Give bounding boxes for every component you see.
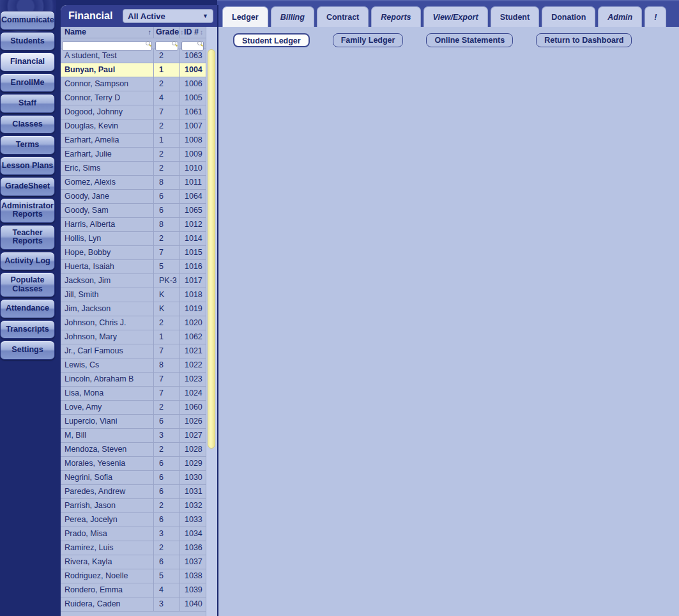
sidebar-item[interactable]: Transcripts bbox=[0, 320, 55, 339]
sidebar-item[interactable]: Financial bbox=[0, 52, 55, 72]
active-filter-dropdown[interactable]: All Active ▼ bbox=[123, 9, 213, 23]
student-id: 1004 bbox=[180, 63, 206, 77]
sidebar-item[interactable]: GradeSheet bbox=[0, 177, 55, 196]
column-header-grade[interactable]: Grade ↕ bbox=[154, 27, 180, 38]
student-id: 1029 bbox=[180, 457, 206, 470]
sort-asc-icon[interactable]: ↑ bbox=[148, 27, 152, 38]
student-id: 1030 bbox=[180, 471, 206, 484]
tab[interactable]: Student bbox=[491, 6, 540, 27]
student-row[interactable]: Connor, Terry D 4 1005 bbox=[61, 91, 206, 105]
name-search-input[interactable] bbox=[62, 42, 152, 50]
student-name: Hope, Bobby bbox=[61, 246, 154, 259]
student-id: 1016 bbox=[180, 260, 206, 273]
student-row[interactable]: Jackson, Jim PK-3 1017 bbox=[61, 274, 206, 288]
student-row[interactable]: A student, Test 2 1063 bbox=[61, 49, 206, 63]
student-row[interactable]: Mendoza, Steven 2 1028 bbox=[61, 443, 206, 457]
student-name: Bunyan, Paul bbox=[61, 63, 154, 77]
sidebar-item[interactable]: Populate Classes bbox=[0, 272, 55, 297]
student-row[interactable]: Morales, Yesenia 6 1029 bbox=[61, 457, 206, 471]
student-row[interactable]: Lincoln, Abraham B 7 1023 bbox=[61, 373, 206, 387]
student-row[interactable]: Goody, Sam 6 1065 bbox=[61, 204, 206, 218]
column-header-name[interactable]: Name ↑ bbox=[61, 27, 154, 38]
student-row[interactable]: Hollis, Lyn 2 1014 bbox=[61, 232, 206, 246]
student-row[interactable]: Parrish, Jason 2 1032 bbox=[61, 499, 206, 513]
tab-label: Admin bbox=[607, 13, 632, 22]
student-row[interactable]: Jr., Carl Famous 7 1021 bbox=[61, 344, 206, 358]
student-row[interactable]: Rivera, Kayla 6 1037 bbox=[61, 555, 206, 569]
student-row[interactable]: Earhart, Julie 2 1009 bbox=[61, 148, 206, 162]
sidebar-item[interactable]: Lesson Plans bbox=[0, 157, 55, 176]
student-name: Love, Amy bbox=[61, 401, 154, 414]
student-grade: 8 bbox=[154, 176, 180, 189]
id-search-input[interactable] bbox=[181, 42, 204, 50]
student-grade: 1 bbox=[154, 134, 180, 147]
sidebar-item-label: EnrollMe bbox=[11, 78, 45, 87]
student-row[interactable]: Negrini, Sofia 6 1030 bbox=[61, 471, 206, 485]
scrollbar-thumb[interactable] bbox=[208, 49, 215, 449]
subnav-button[interactable]: Return to Dashboard bbox=[536, 33, 632, 47]
subnav-button[interactable]: Student Ledger bbox=[233, 33, 310, 47]
sidebar-item[interactable]: Settings bbox=[0, 341, 55, 360]
sidebar-item[interactable]: EnrollMe bbox=[0, 73, 55, 93]
subnav-button-label: Family Ledger bbox=[341, 36, 395, 45]
student-row[interactable]: Love, Amy 2 1060 bbox=[61, 401, 206, 415]
tab[interactable]: Admin bbox=[598, 6, 642, 27]
sidebar-item[interactable]: Communicate bbox=[0, 11, 55, 30]
student-row[interactable]: M, Bill 3 1027 bbox=[61, 429, 206, 443]
sidebar-item[interactable]: Attendance bbox=[0, 299, 55, 318]
student-row[interactable]: Johnson, Mary 1 1062 bbox=[61, 330, 206, 344]
tab[interactable]: Donation bbox=[542, 6, 595, 27]
student-name: Lincoln, Abraham B bbox=[61, 373, 154, 386]
sidebar-item[interactable]: Students bbox=[0, 32, 55, 51]
student-name: Lupercio, Viani bbox=[61, 415, 154, 428]
student-row[interactable]: Jill, Smith K 1018 bbox=[61, 288, 206, 302]
student-row[interactable]: Rondero, Emma 4 1039 bbox=[61, 583, 206, 597]
tab[interactable]: Billing bbox=[271, 6, 314, 27]
student-row[interactable]: Paredes, Andrew 6 1031 bbox=[61, 485, 206, 499]
subnav-button[interactable]: Family Ledger bbox=[333, 33, 404, 47]
student-row[interactable]: Huerta, Isaiah 5 1016 bbox=[61, 260, 206, 274]
student-row[interactable]: Jim, Jackson K 1019 bbox=[61, 302, 206, 316]
student-row[interactable]: Lewis, Cs 8 1022 bbox=[61, 358, 206, 373]
student-row[interactable]: Goody, Jane 6 1064 bbox=[61, 190, 206, 204]
student-grade: 5 bbox=[154, 569, 180, 583]
sort-both-icon[interactable]: ↕ bbox=[200, 27, 203, 38]
student-row[interactable]: Bunyan, Paul 1 1004 bbox=[61, 63, 206, 77]
grade-search-input[interactable] bbox=[155, 42, 178, 50]
sidebar-item[interactable]: Administrator Reports bbox=[0, 198, 55, 223]
student-row[interactable]: Prado, Misa 3 1034 bbox=[61, 527, 206, 541]
student-row[interactable]: Gomez, Alexis 8 1011 bbox=[61, 176, 206, 190]
student-row[interactable]: Hope, Bobby 7 1015 bbox=[61, 246, 206, 260]
tab[interactable]: Ledger bbox=[222, 6, 268, 27]
tab[interactable]: Contract bbox=[317, 6, 369, 27]
tab[interactable]: Reports bbox=[371, 6, 420, 27]
column-header-id[interactable]: ID # ↕ bbox=[180, 27, 206, 38]
sidebar-item[interactable]: Classes bbox=[0, 115, 55, 134]
student-row[interactable]: Dogood, Johnny 7 1061 bbox=[61, 105, 206, 119]
sidebar-item[interactable]: Staff bbox=[0, 94, 55, 113]
student-row[interactable]: Rodriguez, Noelle 5 1038 bbox=[61, 569, 206, 583]
sidebar-item[interactable]: Activity Log bbox=[0, 252, 55, 271]
student-row[interactable]: Ramirez, Luis 2 1036 bbox=[61, 541, 206, 555]
subnav-button[interactable]: Online Statements bbox=[426, 33, 513, 47]
student-list-scrollbar[interactable] bbox=[206, 27, 217, 616]
sidebar-item[interactable]: Terms bbox=[0, 135, 55, 155]
student-name: A student, Test bbox=[61, 49, 154, 63]
tab[interactable]: View/Export bbox=[423, 6, 488, 27]
student-name: Johnson, Mary bbox=[61, 330, 154, 344]
student-row[interactable]: Harris, Alberta 8 1012 bbox=[61, 218, 206, 232]
student-row[interactable]: Douglas, Kevin 2 1007 bbox=[61, 119, 206, 134]
tab[interactable]: ! bbox=[645, 6, 666, 27]
student-row[interactable]: Johnson, Chris J. 2 1020 bbox=[61, 316, 206, 330]
sidebar-item[interactable]: Teacher Reports bbox=[0, 225, 55, 250]
student-row[interactable]: Lisa, Mona 7 1024 bbox=[61, 387, 206, 401]
student-row[interactable]: Lupercio, Viani 6 1026 bbox=[61, 415, 206, 429]
student-row[interactable]: Ruidera, Caden 3 1040 bbox=[61, 597, 206, 612]
sidebar-item-label: Financial bbox=[10, 57, 45, 66]
student-row[interactable]: Earhart, Amelia 1 1008 bbox=[61, 134, 206, 148]
student-row[interactable]: Perea, Jocelyn 6 1033 bbox=[61, 513, 206, 527]
student-name: Negrini, Sofia bbox=[61, 471, 154, 484]
student-row[interactable]: Connor, Sampson 2 1006 bbox=[61, 77, 206, 91]
student-id: 1034 bbox=[180, 527, 206, 541]
student-row[interactable]: Eric, Sims 2 1010 bbox=[61, 162, 206, 176]
